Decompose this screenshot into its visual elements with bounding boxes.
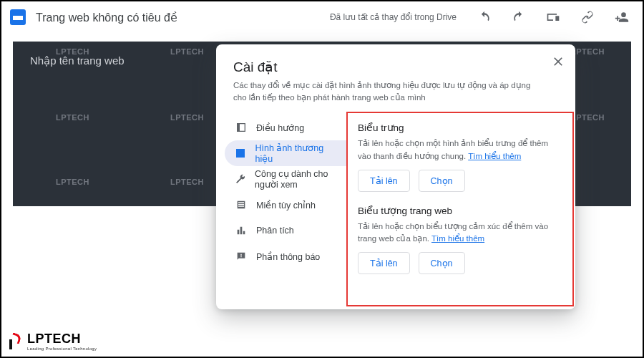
nav-item-announcement[interactable]: Phần thông báo xyxy=(225,243,346,269)
brand-images-panel: Biểu trưng Tải lên hoặc chọn một hình ản… xyxy=(346,112,574,306)
modal-title: Cài đặt xyxy=(233,59,541,75)
modal-subtitle: Các thay đổi về mục cài đặt hình ảnh thư… xyxy=(233,79,541,103)
nav-label: Công cụ dành cho người xem xyxy=(255,168,336,190)
nav-label: Hình ảnh thương hiệu xyxy=(255,142,336,164)
brand-name: LPTECH xyxy=(27,332,81,346)
favicon-section-title: Biểu tượng trang web xyxy=(358,205,562,216)
favicon-section-desc: Tải lên hoặc chọn biểu tượng cảm xúc để … xyxy=(358,221,562,246)
favicon-upload-button[interactable]: Tải lên xyxy=(358,252,410,274)
nav-item-analytics[interactable]: Phân tích xyxy=(225,218,346,243)
favicon-buttons: Tải lên Chọn xyxy=(358,252,562,274)
modal-body: Điều hướng Hình ảnh thương hiệu Công cụ … xyxy=(216,109,575,309)
nav-item-brand-images[interactable]: Hình ảnh thương hiệu xyxy=(225,140,346,166)
lptech-logo-icon xyxy=(7,332,23,351)
nav-label: Miền tùy chỉnh xyxy=(256,200,316,211)
nav-label: Phân tích xyxy=(256,226,294,236)
favicon-choose-button[interactable]: Chọn xyxy=(419,252,465,274)
close-button[interactable] xyxy=(551,54,565,69)
logo-upload-button[interactable]: Tải lên xyxy=(358,170,410,192)
settings-nav: Điều hướng Hình ảnh thương hiệu Công cụ … xyxy=(216,109,346,309)
close-icon xyxy=(551,54,565,69)
nav-item-viewer-tools[interactable]: Công cụ dành cho người xem xyxy=(225,166,346,192)
wrench-icon xyxy=(235,173,246,185)
nav-label: Phần thông báo xyxy=(256,251,320,262)
lptech-text: LPTECH Leading Professional Technology xyxy=(27,332,97,351)
announcement-icon xyxy=(235,251,248,262)
nav-item-custom-domains[interactable]: Miền tùy chỉnh xyxy=(225,192,346,218)
logo-section-desc: Tải lên hoặc chọn một hình ảnh biểu trưn… xyxy=(358,137,562,163)
logo-section-title: Biểu trưng xyxy=(358,122,562,133)
nav-item-navigation[interactable]: Điều hướng xyxy=(225,115,346,140)
globe-icon xyxy=(235,199,248,211)
logo-buttons: Tải lên Chọn xyxy=(358,170,562,192)
modal-header: Cài đặt Các thay đổi về mục cài đặt hình… xyxy=(216,44,575,109)
settings-modal: Cài đặt Các thay đổi về mục cài đặt hình… xyxy=(216,44,575,309)
learn-more-link[interactable]: Tìm hiểu thêm xyxy=(431,234,484,243)
image-icon xyxy=(235,147,247,159)
brand-tagline: Leading Professional Technology xyxy=(27,347,97,351)
chart-icon xyxy=(235,225,248,236)
screenshot-brand: LPTECH Leading Professional Technology xyxy=(7,332,97,351)
learn-more-link[interactable]: Tìm hiểu thêm xyxy=(468,152,521,160)
nav-label: Điều hướng xyxy=(256,122,304,133)
logo-choose-button[interactable]: Chọn xyxy=(419,170,465,192)
sidebar-icon xyxy=(235,122,248,133)
